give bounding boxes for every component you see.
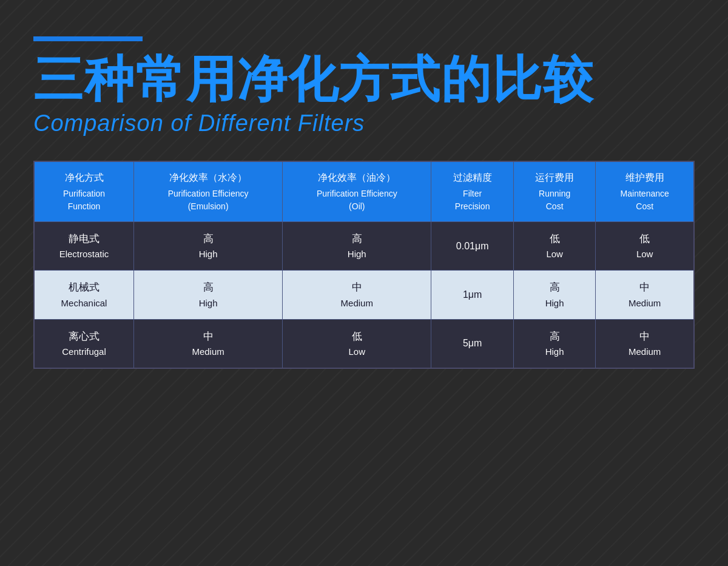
- cell-running-0: 低 Low: [513, 222, 596, 271]
- header-en-5: Maintenance Cost: [602, 187, 687, 213]
- page-title-en: Comparison of Different Filters: [33, 110, 695, 136]
- cell-eff-emulsion-1: 高 High: [134, 271, 283, 319]
- page-container: 三种常用净化方式的比较 Comparison of Different Filt…: [0, 0, 728, 393]
- cell-precision-2: 5μm: [431, 319, 514, 368]
- header-zh-3: 过滤精度: [437, 170, 507, 185]
- header-eff-emulsion: 净化效率（水冷） Purification Efficiency (Emulsi…: [134, 161, 283, 222]
- cell-type-1: 机械式 Mechanical: [34, 271, 134, 319]
- header-purification-function: 净化方式 Purification Function: [34, 161, 134, 222]
- header-en-0: Purification Function: [41, 187, 127, 213]
- cell-precision-1: 1μm: [431, 271, 514, 319]
- cell-eff-oil-2: 低 Low: [283, 319, 431, 368]
- header-en-3: Filter Precision: [437, 187, 507, 213]
- cell-maintenance-2: 中 Medium: [596, 319, 694, 368]
- header-maintenance-cost: 维护费用 Maintenance Cost: [596, 161, 694, 222]
- cell-eff-oil-1: 中 Medium: [283, 271, 431, 319]
- cell-maintenance-1: 中 Medium: [596, 271, 694, 319]
- header-eff-oil: 净化效率（油冷） Purification Efficiency (Oil): [283, 161, 431, 222]
- table-row-centrifugal: 离心式 Centrifugal 中 Medium 低 Low 5μm 高 Hig…: [34, 319, 694, 368]
- comparison-table: 净化方式 Purification Function 净化效率（水冷） Puri…: [33, 161, 695, 369]
- header-zh-1: 净化效率（水冷）: [140, 170, 276, 185]
- table-header-row: 净化方式 Purification Function 净化效率（水冷） Puri…: [34, 161, 694, 222]
- cell-eff-oil-0: 高 High: [283, 222, 431, 271]
- header-running-cost: 运行费用 Running Cost: [513, 161, 596, 222]
- table-row-electrostatic: 静电式 Electrostatic 高 High 高 High 0.01μm 低…: [34, 222, 694, 271]
- cell-type-2: 离心式 Centrifugal: [34, 319, 134, 368]
- table-row-mechanical: 机械式 Mechanical 高 High 中 Medium 1μm 高 Hig…: [34, 271, 694, 319]
- cell-precision-0: 0.01μm: [431, 222, 514, 271]
- header-zh-2: 净化效率（油冷）: [289, 170, 425, 185]
- cell-eff-emulsion-2: 中 Medium: [134, 319, 283, 368]
- header-en-1: Purification Efficiency (Emulsion): [140, 187, 276, 213]
- header-zh-5: 维护费用: [602, 170, 687, 185]
- cell-running-2: 高 High: [513, 319, 596, 368]
- cell-type-0: 静电式 Electrostatic: [34, 222, 134, 271]
- header-filter-precision: 过滤精度 Filter Precision: [431, 161, 514, 222]
- accent-bar: [33, 36, 143, 41]
- header-en-4: Running Cost: [520, 187, 590, 213]
- cell-eff-emulsion-0: 高 High: [134, 222, 283, 271]
- cell-maintenance-0: 低 Low: [596, 222, 694, 271]
- page-title-zh: 三种常用净化方式的比较: [33, 52, 695, 107]
- header-zh-4: 运行费用: [520, 170, 590, 185]
- header-zh-0: 净化方式: [41, 170, 127, 185]
- cell-running-1: 高 High: [513, 271, 596, 319]
- header-en-2: Purification Efficiency (Oil): [289, 187, 425, 213]
